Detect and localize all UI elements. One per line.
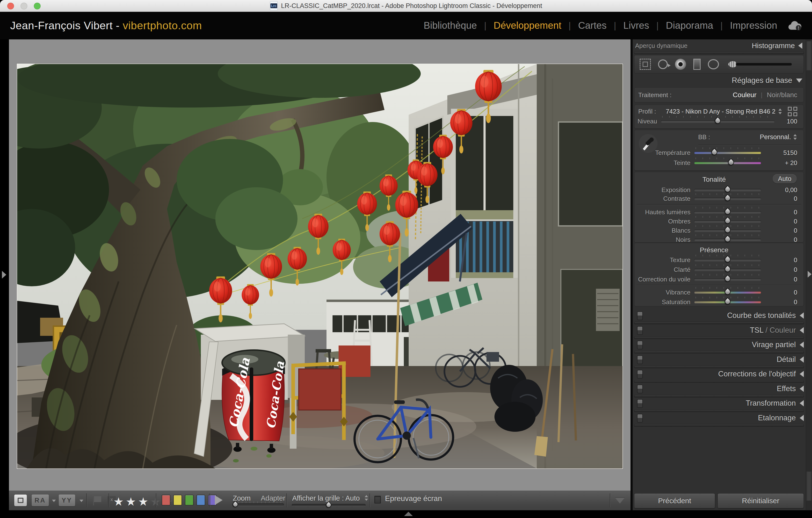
vibrance-slider-thumb[interactable]: [724, 288, 732, 296]
panel-lens-corrections[interactable]: Corrections de l'objectif: [634, 368, 804, 380]
loupe-view-button[interactable]: [14, 494, 27, 506]
shadows-value[interactable]: 0: [761, 218, 804, 225]
red-eye-tool-icon[interactable]: [675, 59, 686, 70]
module-diaporama[interactable]: Diaporama: [666, 20, 713, 31]
cloud-sync-icon[interactable]: !: [788, 21, 802, 31]
temperature-slider-thumb[interactable]: [710, 148, 719, 156]
module-livres[interactable]: Livres: [623, 20, 649, 31]
shadows-slider-thumb[interactable]: [724, 217, 732, 225]
color-label-red[interactable]: [162, 495, 170, 506]
before-after-dropdown-icon[interactable]: [52, 500, 56, 502]
compare-views-button[interactable]: YY: [59, 494, 75, 506]
panel-toggle-switch[interactable]: [637, 341, 643, 349]
exposure-value[interactable]: 0,00: [761, 186, 804, 194]
zoom-slider[interactable]: [233, 504, 284, 506]
tint-value[interactable]: + 20: [761, 159, 804, 167]
basic-panel-header[interactable]: Réglages de base: [634, 75, 802, 86]
module-bibliotheque[interactable]: Bibliothèque: [424, 20, 477, 31]
panel-split-toning[interactable]: Virage partiel: [634, 339, 804, 351]
histogram-panel-header[interactable]: Histogramme: [752, 41, 802, 50]
highlights-slider-thumb[interactable]: [724, 208, 732, 216]
panel-toggle-switch[interactable]: [637, 370, 643, 378]
panel-transform[interactable]: Transformation: [634, 397, 804, 409]
profile-value[interactable]: 7423 - Nikon D Any - Strong Red B46 2: [661, 108, 776, 115]
treatment-color-option[interactable]: Couleur: [733, 91, 756, 99]
soft-proofing-checkbox[interactable]: [374, 496, 381, 504]
panel-toggle-switch[interactable]: [637, 399, 643, 408]
panel-toggle-switch[interactable]: [637, 385, 643, 393]
dehaze-value[interactable]: 0: [761, 276, 804, 283]
color-label-yellow[interactable]: [173, 495, 182, 506]
previous-button[interactable]: Précédent: [634, 493, 715, 508]
module-impression[interactable]: Impression: [730, 20, 777, 31]
blacks-value[interactable]: 0: [761, 236, 804, 244]
temperature-value[interactable]: 5150: [761, 149, 804, 157]
grid-size-slider[interactable]: [292, 504, 366, 507]
vibrance-value[interactable]: 0: [761, 289, 804, 296]
panel-toggle-switch[interactable]: [637, 414, 643, 423]
toolbar-options-dropdown-icon[interactable]: [615, 498, 625, 504]
color-label-green[interactable]: [185, 495, 194, 506]
panel-scrollbar[interactable]: [806, 39, 812, 510]
clarity-slider-thumb[interactable]: [724, 265, 732, 273]
radial-filter-tool-icon[interactable]: [708, 59, 719, 69]
panel-toggle-switch[interactable]: [637, 311, 643, 320]
exposure-slider-thumb[interactable]: [724, 185, 732, 193]
panel-tone-curve[interactable]: Courbe des tonalités: [634, 310, 804, 321]
panel-hsl-color[interactable]: TSL / Couleur: [634, 325, 804, 336]
wb-dropdown-icon[interactable]: [793, 134, 797, 140]
grid-mode-value[interactable]: Auto: [345, 494, 360, 502]
panel-effects[interactable]: Effets: [634, 383, 804, 395]
impromptu-slideshow-button[interactable]: [215, 495, 223, 505]
module-cartes[interactable]: Cartes: [578, 20, 607, 31]
panel-calibration[interactable]: Etalonnage: [634, 412, 804, 424]
zoom-window-button[interactable]: [34, 3, 40, 9]
crop-tool-icon[interactable]: [640, 59, 651, 70]
texture-slider-thumb[interactable]: [724, 255, 732, 264]
graduated-filter-tool-icon[interactable]: [693, 59, 701, 70]
left-panel-reveal-arrow[interactable]: [2, 271, 6, 279]
panel-detail[interactable]: Détail: [634, 354, 804, 365]
dehaze-slider-thumb[interactable]: [724, 275, 732, 283]
basic-panel-expand-icon: [796, 79, 802, 83]
grid-size-slider-thumb[interactable]: [325, 501, 332, 509]
panel-toggle-switch[interactable]: [637, 326, 643, 335]
auto-tone-button[interactable]: Auto: [773, 174, 797, 183]
clarity-value[interactable]: 0: [761, 266, 804, 274]
minimize-window-button[interactable]: [21, 3, 27, 9]
reset-button[interactable]: Réinitialiser: [718, 493, 804, 508]
amount-slider-thumb[interactable]: [714, 117, 722, 125]
profile-browser-icon[interactable]: [788, 107, 797, 116]
adjustment-brush-tool-icon[interactable]: [726, 59, 798, 70]
whites-value[interactable]: 0: [761, 227, 804, 234]
profile-dropdown-icon[interactable]: [778, 108, 782, 115]
highlights-value[interactable]: 0: [761, 209, 804, 216]
filmstrip-reveal-arrow[interactable]: [404, 512, 413, 516]
wb-value[interactable]: Personnal.: [760, 133, 791, 141]
texture-value[interactable]: 0: [761, 256, 804, 264]
compare-views-dropdown-icon[interactable]: [80, 500, 83, 502]
blacks-slider-thumb[interactable]: [724, 235, 732, 243]
module-developpement[interactable]: Développement: [494, 20, 561, 31]
window-controls: [7, 3, 40, 9]
photo-loupe-view[interactable]: Coca-Cola Coca-Cola: [17, 64, 623, 469]
grid-mode-dropdown-icon[interactable]: [364, 495, 369, 501]
treatment-bw-option[interactable]: Noir/blanc: [767, 91, 797, 99]
close-window-button[interactable]: [7, 3, 14, 9]
tint-slider-thumb[interactable]: [727, 158, 735, 166]
smart-preview-status[interactable]: Aperçu dynamique: [635, 42, 688, 50]
temperature-slider[interactable]: [694, 152, 761, 154]
panel-splitter[interactable]: [634, 52, 804, 54]
saturation-value[interactable]: 0: [761, 298, 804, 306]
spot-removal-tool-icon[interactable]: [658, 59, 668, 69]
saturation-slider-thumb[interactable]: [724, 297, 732, 306]
contrast-slider-thumb[interactable]: [724, 194, 732, 202]
color-label-blue[interactable]: [197, 495, 205, 506]
whites-slider-thumb[interactable]: [724, 226, 732, 234]
right-panel-collapse-arrow[interactable]: [808, 271, 812, 278]
before-after-button[interactable]: RA: [32, 494, 49, 506]
tint-slider[interactable]: [694, 162, 761, 164]
contrast-value[interactable]: 0: [761, 195, 804, 203]
amount-value[interactable]: 100: [775, 118, 804, 125]
panel-toggle-switch[interactable]: [637, 356, 643, 364]
